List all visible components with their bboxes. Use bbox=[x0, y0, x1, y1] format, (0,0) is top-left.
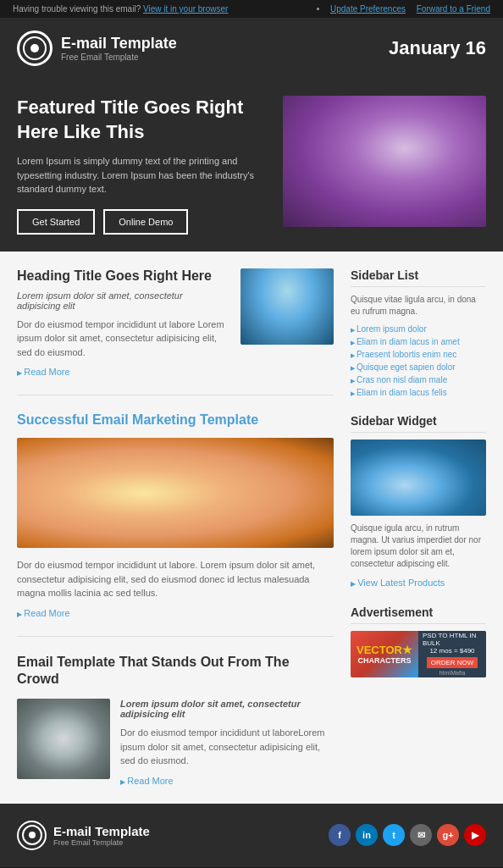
article-1: Heading Title Goes Right Here Lorem ipsu… bbox=[17, 268, 334, 396]
header: E-mail Template Free Email Template Janu… bbox=[0, 18, 503, 79]
online-demo-button[interactable]: Online Demo bbox=[103, 209, 188, 235]
email-icon[interactable]: ✉ bbox=[410, 824, 432, 846]
ad-right-text1: PSD TO HTML IN BULK bbox=[423, 632, 482, 647]
article-2-image bbox=[17, 438, 334, 548]
article-3-thumb-img bbox=[17, 699, 110, 779]
list-item: Eliam in diam lacus in amet bbox=[351, 337, 486, 346]
hero-body: Lorem Ipsum is simply dummy text of the … bbox=[17, 154, 266, 196]
list-item: Eliam in diam lacus felis bbox=[351, 388, 486, 397]
article-1-subtitle: Lorem ipsum dolor sit amet, consectetur … bbox=[17, 290, 228, 311]
footer-logo: E-mail Template Free Email Template bbox=[17, 821, 150, 850]
ad-right-text2: 12 mos = $490 bbox=[429, 647, 474, 655]
right-sidebar: Sidebar List Quisque vitae ligula arcu, … bbox=[351, 268, 486, 787]
footer-logo-text: E-mail Template Free Email Template bbox=[53, 824, 150, 847]
get-started-button[interactable]: Get Started bbox=[17, 209, 95, 235]
youtube-icon[interactable]: ▶ bbox=[464, 824, 486, 846]
ad-sub-text: CHARACTERS bbox=[358, 656, 412, 665]
view-browser-link[interactable]: View it in your browser bbox=[143, 4, 228, 14]
footer-logo-icon bbox=[17, 821, 47, 850]
date-display: January 16 bbox=[389, 37, 486, 59]
logo-area: E-mail Template Free Email Template bbox=[17, 30, 177, 66]
ad-brand: htmIMafia bbox=[439, 670, 466, 676]
logo-text: E-mail Template Free Email Template bbox=[61, 35, 177, 62]
list-item-link-2[interactable]: Eliam in diam lacus in amet bbox=[357, 337, 460, 346]
list-item: Quisque eget sapien dolor bbox=[351, 362, 486, 372]
left-column: Heading Title Goes Right Here Lorem ipsu… bbox=[17, 268, 334, 787]
list-item-link-4[interactable]: Quisque eget sapien dolor bbox=[357, 362, 456, 372]
view-latest-products-link[interactable]: View Latest Products bbox=[351, 578, 445, 588]
logo-title: E-mail Template bbox=[61, 35, 177, 53]
article-1-content: Heading Title Goes Right Here Lorem ipsu… bbox=[17, 268, 228, 379]
list-item: Praesent lobortis enim nec bbox=[351, 350, 486, 359]
article-2-img-inner bbox=[17, 438, 334, 548]
article-1-read-more[interactable]: Read More bbox=[17, 367, 70, 377]
article-2-body: Dor do eiusmod tempor incididunt ut labo… bbox=[17, 558, 334, 600]
article-3-body-area: Lorem ipsum dolor sit amet, consectetur … bbox=[17, 699, 334, 787]
main-content: Heading Title Goes Right Here Lorem ipsu… bbox=[0, 252, 503, 804]
footer-subtitle: Free Email Template bbox=[53, 838, 150, 847]
list-item: Cras non nisl diam male bbox=[351, 375, 486, 384]
sidebar-list-section: Sidebar List Quisque vitae ligula arcu, … bbox=[351, 268, 486, 397]
twitter-icon[interactable]: t bbox=[383, 824, 405, 846]
logo-icon bbox=[17, 30, 53, 66]
footer: E-mail Template Free Email Template f in… bbox=[0, 804, 503, 867]
sidebar-widget-image bbox=[351, 440, 486, 516]
top-bar-right: • Update Preferences Forward to a Friend bbox=[317, 4, 490, 14]
logo-subtitle: Free Email Template bbox=[61, 53, 177, 62]
footer-title: E-mail Template bbox=[53, 824, 150, 838]
forward-link[interactable]: Forward to a Friend bbox=[417, 4, 490, 14]
article-1-thumbnail bbox=[240, 268, 334, 345]
sidebar-widget-section: Sidebar Widget Quisque igula arcu, in ru… bbox=[351, 414, 486, 589]
linkedin-icon[interactable]: in bbox=[356, 824, 378, 846]
list-item: Lorem ipsum dolor bbox=[351, 324, 486, 334]
ad-banner[interactable]: VECTOR★ CHARACTERS PSD TO HTML IN BULK 1… bbox=[351, 631, 486, 677]
advertisement-section: Advertisement VECTOR★ CHARACTERS PSD TO … bbox=[351, 605, 486, 677]
top-bar-left: Having trouble viewing this email? View … bbox=[13, 4, 228, 14]
sidebar-list-title: Sidebar List bbox=[351, 268, 486, 287]
ad-right: PSD TO HTML IN BULK 12 mos = $490 ORDER … bbox=[418, 631, 486, 677]
article-1-body: Dor do eiusmod tempor incididunt ut labo… bbox=[17, 318, 228, 360]
list-item-link-1[interactable]: Lorem ipsum dolor bbox=[357, 324, 427, 334]
sidebar-widget-text: Quisque igula arcu, in rutrum magna. Ut … bbox=[351, 522, 486, 570]
ad-order: ORDER NOW bbox=[427, 657, 478, 668]
hero-content: Featured Title Goes Right Here Like This… bbox=[17, 96, 266, 235]
article-1-thumb-img bbox=[240, 268, 334, 345]
separator: • bbox=[317, 4, 320, 14]
article-2-heading: Successful Email Marketing Template bbox=[17, 412, 334, 428]
article-3-read-more[interactable]: Read More bbox=[120, 776, 174, 786]
article-3-body: Dor do eiusmod tempor incididunt ut labo… bbox=[120, 726, 334, 768]
hero-image-inner bbox=[283, 96, 486, 227]
list-item-link-5[interactable]: Cras non nisl diam male bbox=[357, 375, 447, 384]
social-icons: f in t ✉ g+ ▶ bbox=[329, 824, 486, 846]
top-bar: Having trouble viewing this email? View … bbox=[0, 0, 503, 18]
ad-left: VECTOR★ CHARACTERS bbox=[351, 639, 418, 669]
article-1-heading: Heading Title Goes Right Here bbox=[17, 268, 228, 284]
article-3-subtitle: Lorem ipsum dolor sit amet, consectetur … bbox=[120, 699, 334, 719]
sidebar-widget-img-inner bbox=[351, 440, 486, 516]
ad-big-text: VECTOR★ bbox=[355, 644, 414, 656]
sidebar-widget-title: Sidebar Widget bbox=[351, 414, 486, 433]
googleplus-icon[interactable]: g+ bbox=[437, 824, 459, 846]
article-3-heading: Email Template That Stands Out From The … bbox=[17, 654, 334, 689]
sidebar-list: Lorem ipsum dolor Eliam in diam lacus in… bbox=[351, 324, 486, 397]
ad-title: Advertisement bbox=[351, 605, 486, 624]
list-item-link-3[interactable]: Praesent lobortis enim nec bbox=[357, 350, 456, 359]
sidebar-list-intro: Quisque vitae ligula arcu, in dona eu ru… bbox=[351, 294, 486, 318]
hero-section: Featured Title Goes Right Here Like This… bbox=[0, 79, 503, 252]
article-3-content: Lorem ipsum dolor sit amet, consectetur … bbox=[120, 699, 334, 787]
hero-image bbox=[283, 96, 486, 227]
hero-buttons: Get Started Online Demo bbox=[17, 209, 266, 235]
article-3: Email Template That Stands Out From The … bbox=[17, 654, 334, 787]
facebook-icon[interactable]: f bbox=[329, 824, 351, 846]
hero-title: Featured Title Goes Right Here Like This bbox=[17, 96, 266, 144]
article-2: Successful Email Marketing Template Dor … bbox=[17, 412, 334, 637]
article-2-read-more[interactable]: Read More bbox=[17, 608, 70, 618]
update-preferences-link[interactable]: Update Preferences bbox=[330, 4, 406, 14]
article-3-thumbnail bbox=[17, 699, 110, 779]
list-item-link-6[interactable]: Eliam in diam lacus felis bbox=[357, 388, 447, 397]
